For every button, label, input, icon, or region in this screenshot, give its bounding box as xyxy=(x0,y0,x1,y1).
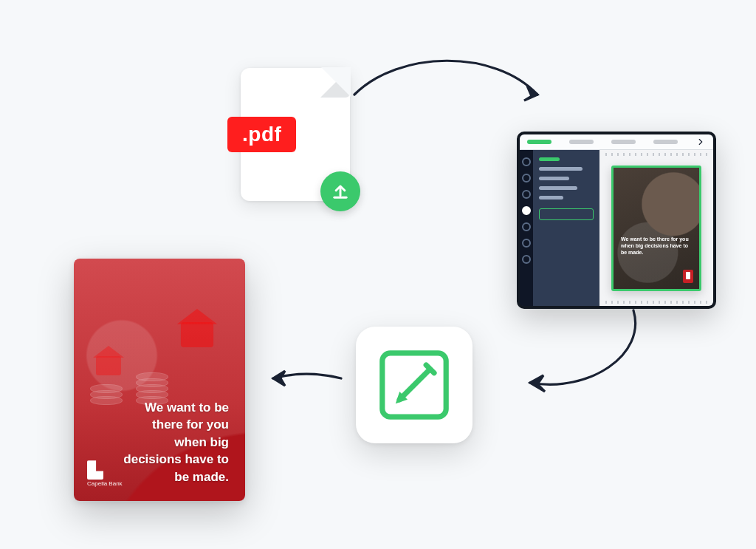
svg-marker-3 xyxy=(273,371,285,386)
editor-tab xyxy=(569,140,594,144)
editor-side-panel xyxy=(533,150,599,307)
step-output-card: We want to be there for you when big dec… xyxy=(74,259,245,501)
chevron-right-icon xyxy=(695,137,706,147)
panel-line xyxy=(539,186,577,190)
brand-mark-icon xyxy=(87,460,103,480)
brand-lockup: Capella Bank xyxy=(87,460,123,488)
flow-arrow-icon xyxy=(508,303,648,399)
document-thumbnail: We want to be there for you when big dec… xyxy=(611,166,701,291)
pdf-extension-tag: .pdf xyxy=(227,117,296,152)
panel-line xyxy=(539,157,560,161)
rail-dot-active-icon xyxy=(522,206,531,215)
step-edit-tool xyxy=(356,327,472,443)
editor-tab xyxy=(653,140,678,144)
rail-dot-icon xyxy=(522,239,531,248)
flow-arrow-icon xyxy=(258,364,347,393)
flow-arrow-icon xyxy=(347,43,554,124)
panel-selected-field xyxy=(539,208,594,220)
rail-dot-icon xyxy=(522,157,531,166)
brand-name: Capella Bank xyxy=(87,481,123,488)
rail-dot-icon xyxy=(522,174,531,183)
editor-canvas: We want to be there for you when big dec… xyxy=(599,150,713,307)
pencil-edit-icon xyxy=(374,345,454,425)
output-headline: We want to be there for you when big dec… xyxy=(118,399,229,485)
house-icon xyxy=(96,356,121,375)
svg-marker-0 xyxy=(524,86,537,100)
page-fold-icon xyxy=(320,68,350,98)
thumbnail-copy: We want to be there for you when big dec… xyxy=(621,236,692,256)
panel-line xyxy=(539,177,569,180)
rail-dot-icon xyxy=(522,222,531,231)
step-editor-window: We want to be there for you when big dec… xyxy=(517,132,716,309)
workflow-diagram: .pdf xyxy=(0,0,756,549)
upload-icon xyxy=(320,171,360,211)
editor-tab xyxy=(611,140,636,144)
editor-tab-active xyxy=(527,140,551,144)
panel-line xyxy=(539,167,583,171)
panel-line xyxy=(539,196,563,200)
editor-tab-bar xyxy=(520,134,713,150)
house-icon xyxy=(181,322,213,347)
editor-rail xyxy=(520,150,533,307)
step-pdf-file: .pdf xyxy=(241,68,350,201)
rail-dot-icon xyxy=(522,255,531,264)
brand-badge-icon xyxy=(683,270,693,283)
rail-dot-icon xyxy=(522,190,531,199)
